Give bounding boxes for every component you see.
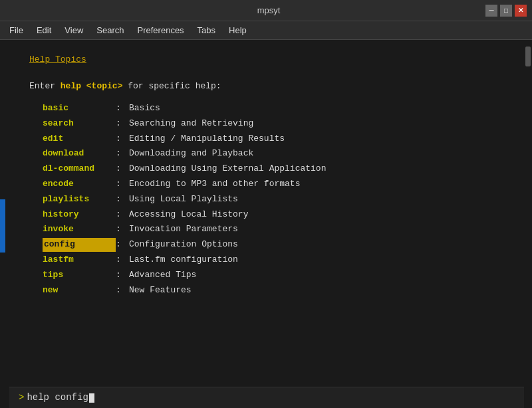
help-row-basic: basic : Basics bbox=[43, 102, 517, 116]
help-desc-edit: Editing / Manipulating Results bbox=[129, 132, 285, 146]
menu-preferences[interactable]: Preferences bbox=[131, 23, 191, 38]
command-input[interactable]: help config bbox=[27, 391, 88, 405]
close-button[interactable]: ✕ bbox=[515, 5, 527, 17]
help-key-lastfm: lastfm bbox=[43, 253, 116, 267]
maximize-button[interactable]: □ bbox=[500, 5, 512, 17]
help-key-encode: encode bbox=[43, 177, 116, 191]
help-row-search: search : Searching and Retrieving bbox=[43, 117, 517, 131]
help-colon-encode: : bbox=[116, 177, 129, 191]
help-desc-download: Downloading and Playback bbox=[129, 147, 253, 161]
help-colon-history: : bbox=[116, 208, 129, 222]
help-desc-history: Accessing Local History bbox=[129, 208, 248, 222]
help-colon-search: : bbox=[116, 117, 129, 131]
help-colon-lastfm: : bbox=[116, 253, 129, 267]
help-row-history: history : Accessing Local History bbox=[43, 208, 517, 222]
help-table: basic : Basics search : Searching and Re… bbox=[43, 102, 517, 297]
menu-view[interactable]: View bbox=[58, 23, 90, 38]
title-bar: mpsyt ─ □ ✕ bbox=[0, 0, 532, 21]
left-accent-bar bbox=[0, 199, 5, 253]
terminal: Help Topics Enter help <topic> for speci… bbox=[0, 40, 532, 408]
menu-tabs[interactable]: Tabs bbox=[191, 23, 222, 38]
help-colon-dlcommand: : bbox=[116, 162, 129, 176]
help-key-invoke: invoke bbox=[43, 223, 116, 237]
left-accent bbox=[0, 40, 9, 408]
help-desc-playlists: Using Local Playlists bbox=[129, 193, 238, 207]
help-desc-search: Searching and Retrieving bbox=[129, 117, 253, 131]
enter-line: Enter help <topic> for specific help: bbox=[29, 80, 517, 93]
help-desc-tips: Advanced Tips bbox=[129, 268, 196, 282]
menu-file[interactable]: File bbox=[3, 23, 30, 38]
help-key-playlists: playlists bbox=[43, 193, 116, 207]
scrollbar[interactable] bbox=[524, 40, 532, 408]
menu-edit[interactable]: Edit bbox=[30, 23, 58, 38]
help-row-playlists: playlists : Using Local Playlists bbox=[43, 193, 517, 207]
help-desc-lastfm: Last.fm configuration bbox=[129, 253, 238, 267]
menu-bar: File Edit View Search Preferences Tabs H… bbox=[0, 21, 532, 40]
help-row-lastfm: lastfm : Last.fm configuration bbox=[43, 253, 517, 267]
help-row-invoke: invoke : Invocation Parameters bbox=[43, 223, 517, 237]
terminal-content: Help Topics Enter help <topic> for speci… bbox=[9, 40, 524, 408]
help-colon-new: : bbox=[116, 284, 129, 298]
scrollbar-thumb[interactable] bbox=[525, 47, 531, 66]
help-colon-tips: : bbox=[116, 268, 129, 282]
help-colon-basic: : bbox=[116, 102, 129, 116]
command-prompt: > bbox=[19, 391, 24, 405]
help-row-encode: encode : Encoding to MP3 and other forma… bbox=[43, 177, 517, 191]
help-colon-config: : bbox=[116, 238, 129, 252]
menu-help[interactable]: Help bbox=[222, 23, 253, 38]
window-controls[interactable]: ─ □ ✕ bbox=[485, 5, 527, 17]
help-desc-new: New Features bbox=[129, 284, 192, 298]
help-row-new: new : New Features bbox=[43, 284, 517, 298]
help-key-search: search bbox=[43, 117, 116, 131]
help-desc-dlcommand: Downloading Using External Application bbox=[129, 162, 326, 176]
help-desc-basic: Basics bbox=[129, 102, 160, 116]
command-cursor bbox=[89, 393, 94, 403]
minimize-button[interactable]: ─ bbox=[485, 5, 497, 17]
window-title: mpsyt bbox=[52, 5, 485, 15]
help-row-download: download : Downloading and Playback bbox=[43, 147, 517, 161]
help-colon-download: : bbox=[116, 147, 129, 161]
help-colon-invoke: : bbox=[116, 223, 129, 237]
help-desc-encode: Encoding to MP3 and other formats bbox=[129, 177, 300, 191]
help-colon-playlists: : bbox=[116, 193, 129, 207]
help-row-tips: tips : Advanced Tips bbox=[43, 268, 517, 282]
menu-search[interactable]: Search bbox=[90, 23, 130, 38]
help-key-history: history bbox=[43, 208, 116, 222]
topic-highlight: help <topic> bbox=[61, 81, 123, 91]
help-colon-edit: : bbox=[116, 132, 129, 146]
help-key-basic: basic bbox=[43, 102, 116, 116]
help-key-config: config bbox=[43, 238, 116, 252]
command-line[interactable]: > help config bbox=[9, 387, 524, 408]
help-desc-invoke: Invocation Parameters bbox=[129, 223, 238, 237]
help-key-edit: edit bbox=[43, 132, 116, 146]
help-row-dlcommand: dl-command : Downloading Using External … bbox=[43, 162, 517, 176]
help-topics-link[interactable]: Help Topics bbox=[29, 53, 517, 66]
help-key-new: new bbox=[43, 284, 116, 298]
help-row-edit: edit : Editing / Manipulating Results bbox=[43, 132, 517, 146]
help-key-download: download bbox=[43, 147, 116, 161]
help-row-config: config : Configuration Options bbox=[43, 238, 517, 252]
help-key-tips: tips bbox=[43, 268, 116, 282]
help-desc-config: Configuration Options bbox=[129, 238, 238, 252]
help-key-dlcommand: dl-command bbox=[43, 162, 116, 176]
